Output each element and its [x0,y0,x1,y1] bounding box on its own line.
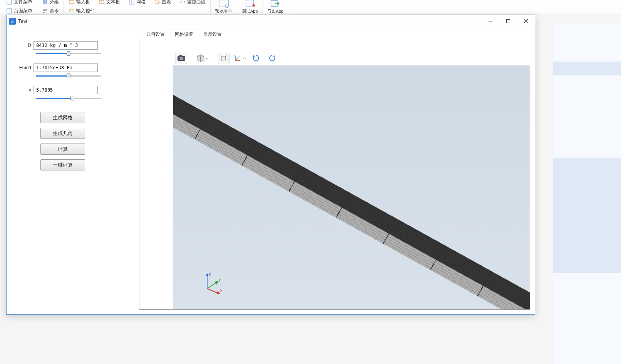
param-v-label: v [19,87,33,93]
graphics-box: zyx [139,39,530,310]
compute-button[interactable]: 计算 [40,144,85,155]
svg-rect-8 [69,10,74,12]
svg-marker-27 [215,281,219,285]
svg-rect-0 [7,0,12,4]
tab-mesh[interactable]: 网格设置 [170,30,198,39]
graphics-tabs: 几何设置 网格设置 显示设置 [139,30,530,39]
ribbon-group: 分组 命令 [37,0,64,13]
ribbon-label: 文本框 [106,0,120,5]
exportapp-icon [269,0,281,8]
ribbon-page-menu[interactable]: 页面菜单 [5,7,34,15]
inputbox-icon [69,0,75,5]
ribbon-label: 页面菜单 [14,8,32,14]
ribbon-group: 预览表单 [211,0,237,13]
svg-text:z: z [234,54,235,57]
param-d-slider[interactable] [36,50,101,57]
svg-line-26 [207,282,216,289]
generate-geometry-button[interactable]: 生成几何 [40,128,85,139]
left-panel: D Emod v [7,27,139,314]
svg-rect-9 [219,0,228,7]
ribbon-group: 文件菜单 页面菜单 [2,0,37,13]
svg-marker-23 [206,273,209,276]
ribbon-group: 测试App [237,0,263,13]
ribbon-command[interactable]: 命令 [40,7,60,15]
svg-rect-3 [45,0,47,4]
param-emod: Emod [19,63,127,72]
axis-orientation-button[interactable]: zyx [234,53,246,64]
screenshot-button[interactable] [176,53,187,64]
slider-thumb[interactable] [67,73,70,78]
toolbar-separator [192,53,192,63]
ribbon-label: 导出App [268,8,284,14]
preview-icon [218,0,230,8]
background-right-strip [553,23,621,364]
zoom-extents-icon [220,54,228,63]
svg-text:y: y [239,55,240,57]
ribbon-chart[interactable]: 图表 [152,0,172,6]
minimize-button[interactable] [482,15,499,27]
chevron-down-icon [206,56,209,62]
textbox-icon [99,0,105,5]
svg-rect-18 [222,56,226,60]
svg-rect-17 [179,55,182,57]
ribbon-input-control[interactable]: 输入控件 [67,7,207,15]
param-emod-label: Emod [19,65,33,70]
app-window: Test D Emod [6,15,535,315]
ribbon-label: 输入框 [76,0,90,5]
ribbon-label: 预览表单 [215,8,232,14]
curve-icon [179,0,186,5]
triad-z-label: z [209,272,211,276]
bg-block [553,62,621,75]
param-emod-slider[interactable] [36,73,101,79]
tab-geometry[interactable]: 几何设置 [141,30,170,39]
testapp-icon [244,0,256,8]
ribbon-file-menu[interactable]: 文件菜单 [5,0,34,6]
ribbon-group: 输入框 文本框 网格 图表 监控曲线 [64,0,211,13]
close-button[interactable] [517,15,535,27]
param-d-input[interactable] [33,41,98,50]
graphics-wrap: 几何设置 网格设置 显示设置 [139,27,535,314]
rotate-view-ccw-button[interactable] [266,53,278,64]
param-v-input[interactable] [33,86,98,94]
slider-fill [36,98,72,99]
ribbon-label: 输入控件 [76,8,95,14]
chevron-down-icon [243,56,246,62]
bg-block [553,158,621,273]
viewport-3d[interactable]: z x y [173,65,530,309]
ribbon-preview-form[interactable]: 预览表单 [214,0,234,15]
oneclick-compute-button[interactable]: 一键计算 [40,159,85,170]
ribbon-group-btn[interactable]: 分组 [40,0,60,6]
command-icon [42,8,48,14]
rotate-view-button[interactable] [250,53,262,64]
slider-fill [36,75,69,77]
view-cube-button[interactable] [197,53,208,64]
slider-thumb[interactable] [70,96,74,100]
axis-triad: z x y [201,272,224,295]
param-v-slider[interactable] [36,95,101,101]
maximize-button[interactable] [499,15,517,27]
ribbon-input-box[interactable]: 输入框 [67,0,92,6]
slider-thumb[interactable] [67,51,70,56]
window-controls [482,15,535,27]
zoom-extents-button[interactable] [218,53,229,64]
ribbon-test-app[interactable]: 测试App [240,0,259,15]
param-emod-input[interactable] [33,63,98,72]
rotate-cw-icon [252,54,260,63]
chart-icon [154,0,160,5]
ribbon-label: 监控曲线 [187,0,206,5]
ribbon-text-box[interactable]: 文本框 [97,0,122,6]
svg-rect-4 [69,0,74,3]
camera-icon [177,55,186,63]
ribbon-monitor-curve[interactable]: 监控曲线 [178,0,207,6]
generate-mesh-button[interactable]: 生成网格 [40,112,85,123]
ribbon-export-app[interactable]: 导出App [266,0,285,15]
ribbon-grid[interactable]: 网格 [127,0,147,6]
ribbon-label: 图表 [162,0,171,5]
ribbon-label: 文件菜单 [14,0,32,5]
app-body: D Emod v [7,27,535,314]
tab-display[interactable]: 显示设置 [198,30,227,39]
app-icon [9,18,16,25]
viewport-inner [173,65,530,309]
titlebar[interactable]: Test [7,15,535,27]
ribbon-label: 测试App [242,8,258,14]
